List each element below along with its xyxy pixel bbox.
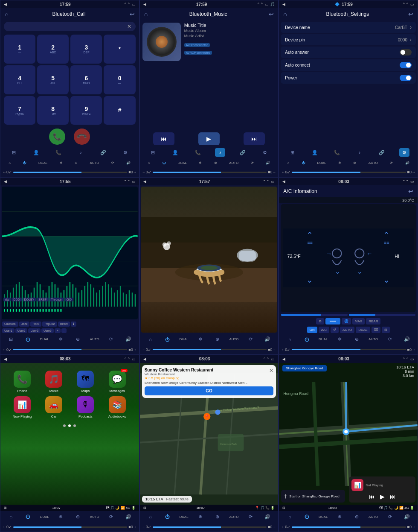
nav-snow-7[interactable]: ❄ — [56, 512, 66, 521]
ac-fan-2[interactable]: ⊕ — [214, 161, 217, 165]
nav-fan-4[interactable]: ⊕ — [73, 335, 83, 344]
dial-search[interactable]: ✕ — [4, 22, 136, 31]
ac-power-3[interactable]: ⏻ — [302, 161, 305, 165]
ac-vol-1[interactable]: 🔊 — [126, 161, 131, 165]
dial-btn-0[interactable]: 0— — [104, 65, 135, 94]
nav-vol-8[interactable]: 🔊 — [262, 512, 273, 521]
nav-play-btn[interactable]: ▶ — [380, 493, 385, 500]
end-call-button[interactable]: 📞 — [70, 125, 93, 148]
app-icon-car[interactable]: 🚗 Car — [40, 396, 68, 418]
carplay-grid-icon[interactable]: ⊞ — [4, 506, 7, 510]
nav-vol-7[interactable]: 🔊 — [123, 512, 134, 521]
nav-content[interactable]: Hongma Road 18:16 ETA 8 min 3.0 km Shang… — [279, 363, 418, 505]
eq-remove[interactable]: - — [61, 328, 67, 333]
app-icon-phone[interactable]: 📞 Phone — [8, 371, 36, 393]
nav-user-icon-3[interactable]: 👤 — [310, 148, 320, 157]
nav-grid-icon-2[interactable]: ⊞ — [282, 506, 285, 510]
nav-snow-5[interactable]: ❄ — [195, 335, 206, 344]
ac-snow-1[interactable]: ❄ — [60, 161, 63, 165]
nav-settings-icon[interactable]: ⚙ — [120, 148, 131, 157]
back-arrow-4[interactable]: ◀ — [4, 179, 7, 184]
nav-vol-5[interactable]: 🔊 — [262, 335, 273, 344]
ac-right-1[interactable]: → — [133, 170, 137, 174]
ac-slider-1[interactable] — [13, 172, 127, 173]
app-icon-audiobooks[interactable]: 📚 Audiobooks — [103, 396, 131, 418]
nav-temp-8[interactable]: ⟳ — [245, 512, 255, 521]
next-button[interactable]: ⏭ — [244, 132, 265, 145]
eq-ddd[interactable]: DDD — [12, 298, 21, 301]
eq-dts[interactable]: dts — [3, 298, 11, 301]
home-icon-2[interactable]: ⌂ — [144, 11, 148, 18]
nav-apps-icon-2[interactable]: ⊞ — [148, 148, 158, 157]
dot-2[interactable] — [68, 424, 71, 427]
nav-home-5[interactable]: ⌂ — [145, 335, 156, 344]
app-icon-music[interactable]: 🎵 Music — [40, 371, 68, 393]
nav-power-6[interactable]: ⏻ — [302, 335, 312, 344]
nav-apps-icon[interactable]: ⊞ — [9, 148, 19, 157]
nav-grid-icon[interactable]: ⊞ — [143, 506, 146, 510]
nav-link-icon[interactable]: 🔗 — [98, 148, 108, 157]
back-icon-1[interactable]: ↩ — [130, 11, 135, 18]
nav-fan-7[interactable]: ⊕ — [73, 512, 83, 521]
eq-add[interactable]: + — [55, 328, 61, 333]
dial-btn-3[interactable]: 3DEF — [70, 35, 102, 64]
back-arrow-9[interactable]: ◀ — [282, 357, 285, 361]
ac-auto-btn[interactable]: AUTO — [340, 327, 354, 333]
nav-home-8[interactable]: ⌂ — [145, 512, 156, 521]
dial-btn-hash[interactable]: # — [104, 96, 135, 125]
nav-apps-icon-3[interactable]: ⊞ — [287, 148, 298, 157]
nav-temp-5[interactable]: ⟳ — [245, 335, 255, 344]
dot-1[interactable] — [63, 424, 66, 427]
ac-home-2[interactable]: ⌂ — [148, 161, 150, 165]
ac-temp-ctrl-1[interactable]: ⟳ — [111, 161, 114, 165]
ac-recycle-btn[interactable]: ↺ — [331, 327, 339, 333]
dot-3[interactable] — [73, 424, 76, 427]
nav-user-icon[interactable]: 👤 — [31, 148, 41, 157]
ac-defrost-btn[interactable]: ⌧ — [372, 327, 380, 333]
nav-next-btn[interactable]: ⏭ — [390, 493, 396, 500]
back-arrow-6[interactable]: ◀ — [282, 179, 285, 184]
ac-snow-3[interactable]: ❄ — [338, 161, 341, 165]
nav-settings-icon-2[interactable]: ⚙ — [260, 148, 270, 157]
ac-max-btn[interactable]: MAX — [352, 318, 365, 324]
settings-row-device-name[interactable]: Device name CarBT › — [281, 22, 416, 33]
dial-btn-7[interactable]: 7PQRS — [4, 96, 35, 125]
nav-settings-icon-3[interactable]: ⚙ — [399, 148, 409, 157]
dial-btn-5[interactable]: 5JKL — [37, 65, 69, 94]
back-arrow-3[interactable]: ◀ — [282, 2, 285, 6]
nav-power-4[interactable]: ⏻ — [23, 335, 33, 344]
nav-fan-8[interactable]: ⊕ — [212, 512, 223, 521]
ac-fan-3[interactable]: ⊕ — [353, 161, 356, 165]
nav-temp-7[interactable]: ⟳ — [106, 512, 116, 521]
poi-close-icon[interactable]: ✕ — [269, 368, 273, 374]
app-icon-podcasts[interactable]: 🎙 Podcasts — [71, 396, 99, 418]
dial-btn-6[interactable]: 6MNO — [70, 65, 102, 94]
eq-user1[interactable]: User1 — [2, 328, 15, 333]
back-arrow-5[interactable]: ◀ — [143, 179, 146, 184]
dial-btn-4[interactable]: 4GHI — [4, 65, 35, 94]
nav-phone-icon-3[interactable]: 📞 — [332, 148, 342, 157]
ac-gear-btn[interactable]: ⚙ — [316, 318, 324, 324]
nav-phone-icon-2[interactable]: 📞 — [193, 148, 203, 157]
eq-reset[interactable]: Reset — [58, 322, 70, 327]
ac-power-2[interactable]: ⏻ — [162, 161, 165, 165]
back-icon-2[interactable]: ↩ — [269, 11, 274, 18]
eq-jazz[interactable]: Jazz — [19, 322, 29, 327]
ac-home-1[interactable]: ⌂ — [9, 161, 11, 165]
nav-power-5[interactable]: ⏻ — [163, 335, 173, 344]
settings-row-device-pin[interactable]: Device pin 0000 › — [281, 34, 416, 45]
nav-vol-4[interactable]: 🔊 — [123, 335, 134, 344]
nav-snow-6[interactable]: ❄ — [334, 335, 345, 344]
nav-temp-9[interactable]: ⟳ — [385, 512, 395, 521]
nav-user-icon-2[interactable]: 👤 — [170, 148, 180, 157]
ac-fan-1[interactable]: ⊕ — [75, 161, 78, 165]
toggle-auto-connect[interactable] — [400, 62, 412, 68]
ac-on-btn[interactable]: ON — [307, 327, 317, 333]
nav-home-7[interactable]: ⌂ — [6, 512, 16, 521]
nav-home-6[interactable]: ⌂ — [284, 335, 295, 344]
app-icon-maps[interactable]: 🗺 Maps — [71, 371, 99, 393]
nav-fan-6[interactable]: ⊕ — [351, 335, 362, 344]
nav-temp-4[interactable]: ⟳ — [106, 335, 116, 344]
ac-defrost2-btn[interactable]: ⊞ — [382, 327, 390, 333]
ac-rear-btn[interactable]: REAR — [366, 318, 380, 324]
